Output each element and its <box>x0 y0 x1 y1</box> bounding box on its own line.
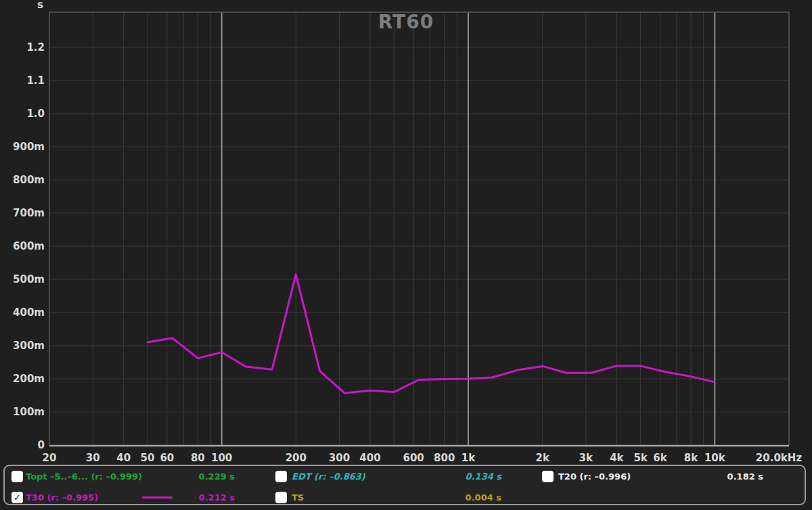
x-tick-label: 800 <box>434 452 455 464</box>
x-tick-label: 20.0kHz <box>756 452 803 464</box>
topt-value: 0.229 s <box>156 471 235 482</box>
t20-label: T20 (r: –0.996) <box>558 471 631 482</box>
y-tick-label: 200m <box>13 373 45 385</box>
t20-checkbox[interactable] <box>542 471 554 482</box>
y-tick-label: 0 <box>38 439 45 451</box>
x-tick-label: 60 <box>160 452 174 464</box>
x-tick-label: 100 <box>211 452 232 464</box>
y-tick-label: 300m <box>13 340 45 352</box>
ts-label: TS <box>292 492 304 503</box>
x-tick-label: 300 <box>329 452 350 464</box>
y-tick-label: 400m <box>13 306 45 319</box>
edt-label: EDT (r: –0.863) <box>292 471 365 482</box>
x-tick-label: 600 <box>403 452 424 464</box>
t20-value: 0.182 s <box>683 471 763 482</box>
x-tick-label: 50 <box>141 452 155 464</box>
rt60-window: 1.21.11.0900m800m700m600m500m400m300m200… <box>0 0 812 510</box>
x-tick-label: 8k <box>684 452 698 464</box>
x-tick-label: 200 <box>286 452 307 464</box>
x-tick-label: 2k <box>535 452 549 464</box>
x-tick-label: 40 <box>116 452 131 464</box>
edt-value: 0.134 s <box>420 471 501 482</box>
ts-checkbox[interactable] <box>275 492 287 503</box>
y-tick-label: 100m <box>13 406 45 418</box>
x-tick-label: 6k <box>653 452 667 464</box>
t30-checkbox[interactable]: ✓ <box>12 492 23 503</box>
check-icon: ✓ <box>14 492 21 503</box>
legend-panel <box>3 465 806 505</box>
y-tick-label: 800m <box>13 174 45 186</box>
x-tick-label: 1k <box>461 452 476 464</box>
x-tick-label: 400 <box>359 452 380 464</box>
x-tick-label: 80 <box>191 452 205 464</box>
x-tick-label: 20 <box>43 452 57 464</box>
y-tick-label: 700m <box>13 207 45 219</box>
x-tick-label: 5k <box>633 452 648 464</box>
t30-curve <box>148 275 715 393</box>
x-tick-label: 10k <box>704 452 726 464</box>
y-axis-unit-label: s <box>27 0 43 11</box>
topt-label: Topt –5..–6... (r: –0.999) <box>26 471 142 482</box>
y-tick-label: 1.2 <box>26 41 45 53</box>
y-tick-label: 1.0 <box>26 108 45 120</box>
topt-checkbox[interactable] <box>12 471 23 482</box>
t30-value: 0.212 s <box>156 492 235 503</box>
t30-label: T30 (r: –0.995) <box>26 492 98 503</box>
chart-title: RT60 <box>0 11 812 33</box>
x-tick-label: 30 <box>86 452 100 464</box>
ts-value: 0.004 s <box>420 492 501 503</box>
y-tick-label: 900m <box>13 141 45 153</box>
x-tick-label: 3k <box>579 452 593 464</box>
y-tick-label: 600m <box>13 240 45 252</box>
edt-checkbox[interactable] <box>275 471 287 482</box>
x-tick-label: 4k <box>610 452 624 464</box>
y-tick-label: 1.1 <box>26 74 45 87</box>
y-tick-label: 500m <box>13 273 45 285</box>
chart-plot-area[interactable]: 1.21.11.0900m800m700m600m500m400m300m200… <box>0 0 812 464</box>
